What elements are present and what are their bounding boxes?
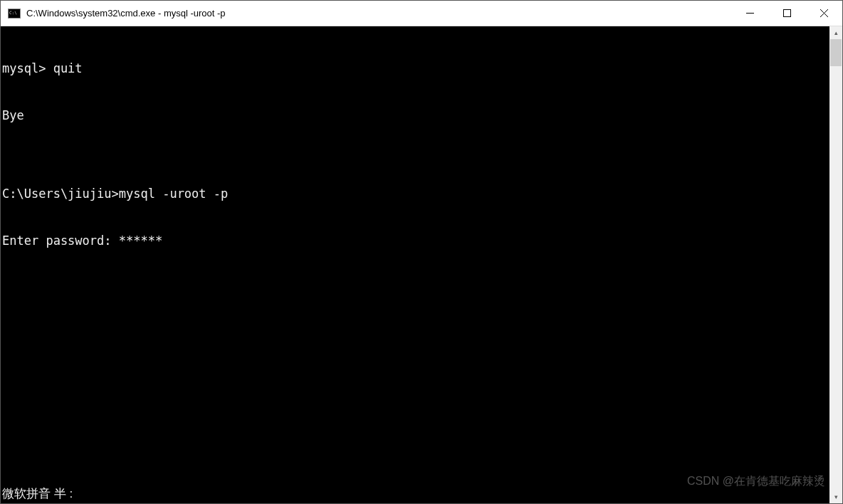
close-icon [820, 9, 828, 17]
scroll-up-arrow-icon[interactable]: ▴ [829, 26, 842, 39]
scroll-down-arrow-icon[interactable]: ▾ [829, 490, 842, 503]
terminal-area: mysql> quit Bye C:\Users\jiujiu>mysql -u… [1, 26, 842, 503]
minimize-icon [746, 9, 754, 17]
terminal-line: Bye [2, 107, 829, 123]
scroll-thumb[interactable] [830, 39, 842, 66]
close-button[interactable] [805, 1, 842, 26]
vertical-scrollbar[interactable]: ▴ ▾ [829, 26, 842, 503]
terminal-line: Enter password: ****** [2, 233, 829, 248]
cmd-icon [8, 9, 21, 19]
cmd-window: C:\Windows\system32\cmd.exe - mysql -uro… [0, 0, 843, 504]
terminal-line: C:\Users\jiujiu>mysql -uroot -p [2, 186, 829, 201]
window-controls [731, 1, 842, 26]
scroll-track[interactable] [829, 39, 842, 490]
window-title: C:\Windows\system32\cmd.exe - mysql -uro… [26, 8, 731, 19]
titlebar[interactable]: C:\Windows\system32\cmd.exe - mysql -uro… [1, 1, 842, 26]
maximize-button[interactable] [768, 1, 805, 26]
terminal-output[interactable]: mysql> quit Bye C:\Users\jiujiu>mysql -u… [1, 26, 829, 503]
maximize-icon [783, 9, 791, 17]
ime-status-bar: 微软拼音 半 : [2, 486, 73, 502]
terminal-line: mysql> quit [2, 61, 829, 76]
svg-rect-1 [783, 10, 790, 17]
minimize-button[interactable] [731, 1, 768, 26]
